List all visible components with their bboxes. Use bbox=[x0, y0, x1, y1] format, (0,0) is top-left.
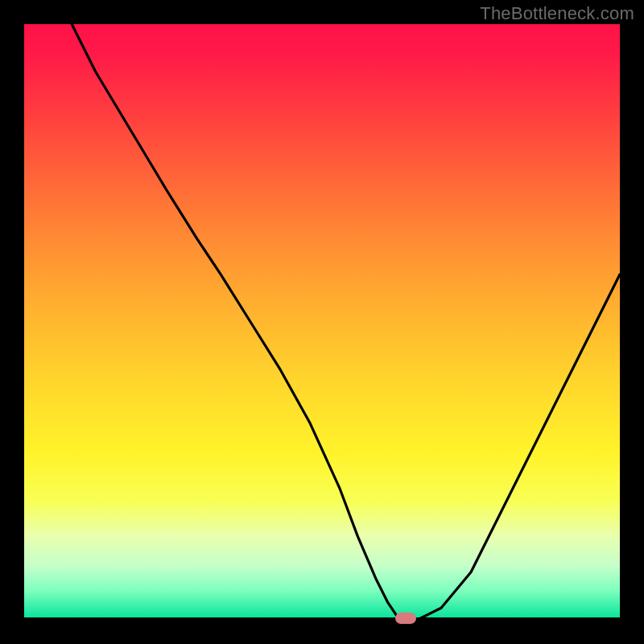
plot-area bbox=[24, 24, 620, 620]
watermark-text: TheBottleneck.com bbox=[480, 3, 634, 24]
optimal-marker bbox=[395, 613, 416, 624]
bottleneck-curve bbox=[24, 24, 620, 620]
x-axis-baseline bbox=[24, 617, 620, 620]
curve-path bbox=[72, 24, 620, 620]
